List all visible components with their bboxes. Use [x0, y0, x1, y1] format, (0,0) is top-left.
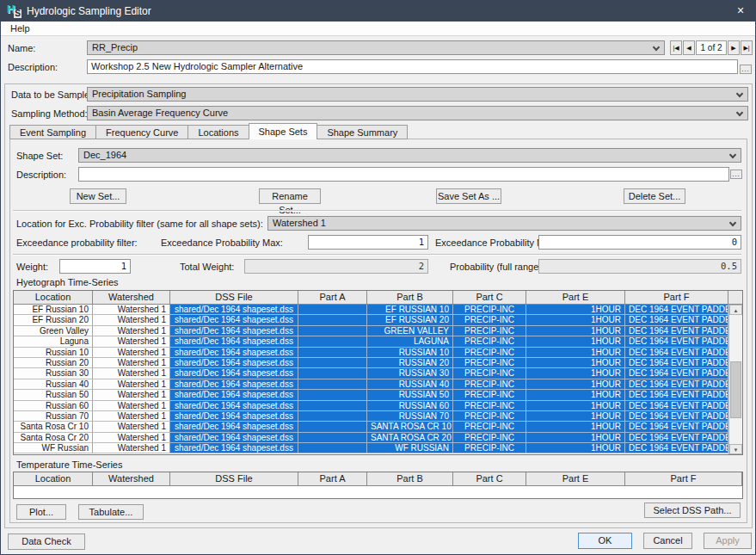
hyetograph-cell[interactable]: WF Russian	[14, 443, 93, 453]
hyetograph-cell[interactable]: RUSSIAN 30	[367, 368, 453, 379]
column-header-part-a[interactable]: Part A	[298, 291, 367, 305]
hyetograph-row[interactable]: Russian 30Watershed 1shared/Dec 1964 sha…	[14, 368, 742, 379]
tab-shape-summary[interactable]: Shape Summary	[317, 125, 408, 139]
hyetograph-cell[interactable]: DEC 1964 EVENT PADDED	[625, 348, 728, 358]
column-header-watershed[interactable]: Watershed	[93, 472, 170, 486]
rename-set-button[interactable]: Rename Set...	[259, 188, 321, 204]
column-header-dss-file[interactable]: DSS File	[170, 472, 298, 486]
first-record-button[interactable]: |◀	[670, 40, 682, 55]
hyetograph-cell[interactable]: DEC 1964 EVENT PADDED	[625, 305, 728, 315]
name-combo[interactable]: RR_Precip	[87, 40, 665, 55]
hyetograph-cell[interactable]: 1HOUR	[526, 348, 625, 358]
select-dss-path-button[interactable]: Select DSS Path...	[644, 503, 741, 518]
hyetograph-cell[interactable]: Watershed 1	[93, 305, 170, 315]
tab-frequency-curve[interactable]: Frequency Curve	[95, 125, 187, 139]
column-header-watershed[interactable]: Watershed	[93, 291, 170, 305]
hyetograph-cell[interactable]: DEC 1964 EVENT PADDED	[625, 358, 728, 368]
column-header-part-a[interactable]: Part A	[298, 472, 367, 486]
hyetograph-cell[interactable]: Russian 60	[14, 401, 93, 411]
hyetograph-cell[interactable]: Russian 20	[14, 358, 93, 368]
tab-shape-sets[interactable]: Shape Sets	[249, 123, 318, 139]
hyetograph-cell[interactable]: shared/Dec 1964 shapeset.dss	[170, 411, 298, 422]
cancel-button[interactable]: Cancel	[643, 533, 692, 549]
hyetograph-cell[interactable]: 1HOUR	[526, 443, 625, 453]
hyetograph-cell[interactable]	[298, 348, 367, 358]
hyetograph-cell[interactable]	[298, 390, 367, 400]
save-set-as-button[interactable]: Save Set As ...	[436, 188, 501, 204]
hyetograph-cell[interactable]: 1HOUR	[526, 358, 625, 368]
hyetograph-cell[interactable]: DEC 1964 EVENT PADDED	[625, 411, 728, 422]
next-record-button[interactable]: ▶	[728, 40, 740, 55]
hyetograph-cell[interactable]: 1HOUR	[526, 305, 625, 315]
hyetograph-row[interactable]: EF Russian 20Watershed 1shared/Dec 1964 …	[14, 315, 742, 325]
hyetograph-cell[interactable]: shared/Dec 1964 shapeset.dss	[170, 379, 298, 390]
hyetograph-cell[interactable]: PRECIP-INC	[453, 411, 526, 422]
hyetograph-cell[interactable]: SANTA ROSA CR 20	[367, 433, 453, 443]
hyetograph-cell[interactable]: Watershed 1	[93, 315, 170, 325]
scrollbar-thumb[interactable]	[730, 361, 741, 418]
hyetograph-row[interactable]: Santa Rosa Cr 10Watershed 1shared/Dec 19…	[14, 422, 742, 432]
hyetograph-cell[interactable]: Watershed 1	[93, 411, 170, 422]
hyetograph-cell[interactable]	[298, 315, 367, 325]
hyetograph-cell[interactable]: Russian 10	[14, 348, 93, 358]
hyetograph-cell[interactable]: Russian 50	[14, 390, 93, 400]
hyetograph-cell[interactable]: PRECIP-INC	[453, 379, 526, 390]
hyetograph-cell[interactable]	[298, 379, 367, 390]
hyetograph-cell[interactable]: shared/Dec 1964 shapeset.dss	[170, 326, 298, 336]
hyetograph-cell[interactable]: shared/Dec 1964 shapeset.dss	[170, 401, 298, 411]
shape-description-field[interactable]	[78, 167, 729, 182]
description-ellipsis-button[interactable]: ...	[740, 65, 752, 74]
hyetograph-cell[interactable]: shared/Dec 1964 shapeset.dss	[170, 433, 298, 443]
hyetograph-row[interactable]: Russian 50Watershed 1shared/Dec 1964 sha…	[14, 390, 742, 400]
hyetograph-cell[interactable]: 1HOUR	[526, 379, 625, 390]
hyetograph-cell[interactable]: DEC 1964 EVENT PADDED	[625, 379, 728, 390]
hyetograph-cell[interactable]: 1HOUR	[526, 411, 625, 422]
hyetograph-cell[interactable]: RUSSIAN 70	[367, 411, 453, 422]
hyetograph-row[interactable]: Russian 60Watershed 1shared/Dec 1964 sha…	[14, 401, 742, 411]
hyetograph-cell[interactable]: LAGUNA	[367, 336, 453, 347]
hyetograph-cell[interactable]: DEC 1964 EVENT PADDED	[625, 368, 728, 379]
hyetograph-cell[interactable]: 1HOUR	[526, 433, 625, 443]
tab-event-sampling[interactable]: Event Sampling	[9, 125, 95, 139]
hyetograph-cell[interactable]	[298, 443, 367, 453]
plot-button[interactable]: Plot...	[16, 504, 66, 520]
hyetograph-cell[interactable]: DEC 1964 EVENT PADDED	[625, 443, 728, 453]
location-filter-combo[interactable]: Watershed 1	[267, 216, 741, 231]
description-field[interactable]: Workshop 2.5 New Hydrologic Sampler Alte…	[87, 59, 738, 74]
hyetograph-cell[interactable]: Watershed 1	[93, 401, 170, 411]
shape-description-ellipsis-button[interactable]: ...	[730, 170, 742, 179]
hyetograph-cell[interactable]: Russian 40	[14, 379, 93, 390]
hyetograph-cell[interactable]: DEC 1964 EVENT PADDED	[625, 422, 728, 432]
column-header-part-f[interactable]: Part F	[625, 291, 728, 305]
hyetograph-cell[interactable]: shared/Dec 1964 shapeset.dss	[170, 368, 298, 379]
column-header-location[interactable]: Location	[14, 472, 93, 486]
hyetograph-cell[interactable]	[298, 336, 367, 347]
hyetograph-row[interactable]: EF Russian 10Watershed 1shared/Dec 1964 …	[14, 305, 742, 315]
hyetograph-cell[interactable]: Watershed 1	[93, 348, 170, 358]
close-icon[interactable]: ×	[726, 1, 755, 22]
hyetograph-cell[interactable]	[298, 305, 367, 315]
hyetograph-row[interactable]: Russian 20Watershed 1shared/Dec 1964 sha…	[14, 358, 742, 368]
hyetograph-cell[interactable]: PRECIP-INC	[453, 315, 526, 325]
hyetograph-cell[interactable]: Laguna	[14, 336, 93, 347]
hyetograph-cell[interactable]: DEC 1964 EVENT PADDED	[625, 433, 728, 443]
temperature-empty-row[interactable]	[14, 486, 742, 498]
hyetograph-cell[interactable]: EF RUSSIAN 20	[367, 315, 453, 325]
exceedance-max-field[interactable]: 1	[308, 235, 428, 250]
hyetograph-cell[interactable]: Watershed 1	[93, 358, 170, 368]
hyetograph-cell[interactable]: Russian 70	[14, 411, 93, 422]
shape-set-combo[interactable]: Dec_1964	[78, 148, 741, 163]
hyetograph-cell[interactable]: 1HOUR	[526, 326, 625, 336]
hyetograph-cell[interactable]: Russian 30	[14, 368, 93, 379]
hyetograph-cell[interactable]: 1HOUR	[526, 422, 625, 432]
hyetograph-cell[interactable]: Watershed 1	[93, 390, 170, 400]
menu-help[interactable]: Help	[7, 22, 34, 35]
hyetograph-cell[interactable]: DEC 1964 EVENT PADDED	[625, 401, 728, 411]
hyetograph-cell[interactable]	[298, 368, 367, 379]
hyetograph-cell[interactable]: PRECIP-INC	[453, 401, 526, 411]
column-header-part-f[interactable]: Part F	[625, 472, 742, 486]
hyetograph-cell[interactable]: shared/Dec 1964 shapeset.dss	[170, 348, 298, 358]
hyetograph-cell[interactable]: Watershed 1	[93, 379, 170, 390]
hyetograph-cell[interactable]: PRECIP-INC	[453, 358, 526, 368]
hyetograph-cell[interactable]	[298, 401, 367, 411]
